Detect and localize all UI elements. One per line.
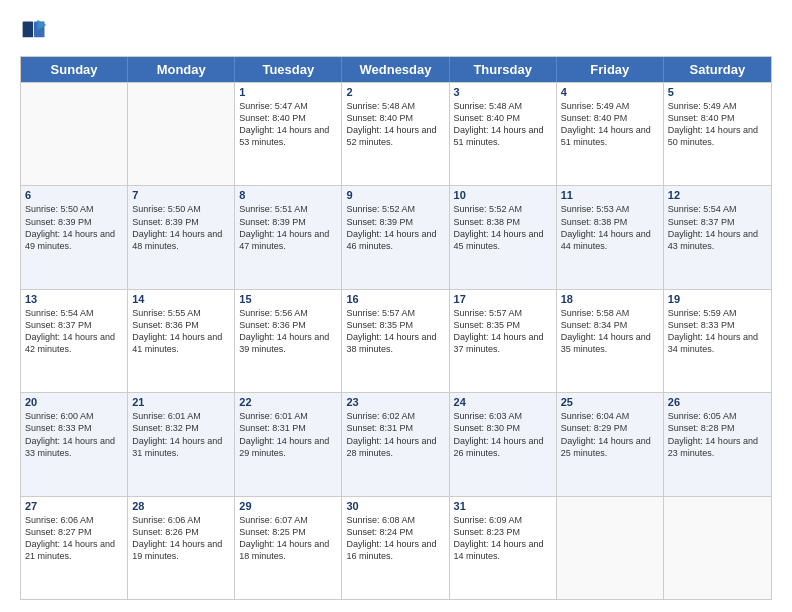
day-number: 20 xyxy=(25,396,123,408)
calendar-cell: 5Sunrise: 5:49 AM Sunset: 8:40 PM Daylig… xyxy=(664,83,771,185)
calendar-cell: 12Sunrise: 5:54 AM Sunset: 8:37 PM Dayli… xyxy=(664,186,771,288)
calendar-cell: 24Sunrise: 6:03 AM Sunset: 8:30 PM Dayli… xyxy=(450,393,557,495)
day-number: 25 xyxy=(561,396,659,408)
calendar-cell: 4Sunrise: 5:49 AM Sunset: 8:40 PM Daylig… xyxy=(557,83,664,185)
day-info: Sunrise: 6:09 AM Sunset: 8:23 PM Dayligh… xyxy=(454,514,552,563)
day-info: Sunrise: 6:06 AM Sunset: 8:26 PM Dayligh… xyxy=(132,514,230,563)
day-info: Sunrise: 6:03 AM Sunset: 8:30 PM Dayligh… xyxy=(454,410,552,459)
calendar-cell: 6Sunrise: 5:50 AM Sunset: 8:39 PM Daylig… xyxy=(21,186,128,288)
calendar-cell: 11Sunrise: 5:53 AM Sunset: 8:38 PM Dayli… xyxy=(557,186,664,288)
calendar-cell-empty xyxy=(557,497,664,599)
calendar-header-cell: Friday xyxy=(557,57,664,82)
calendar-cell: 9Sunrise: 5:52 AM Sunset: 8:39 PM Daylig… xyxy=(342,186,449,288)
day-number: 12 xyxy=(668,189,767,201)
day-info: Sunrise: 6:01 AM Sunset: 8:32 PM Dayligh… xyxy=(132,410,230,459)
day-number: 9 xyxy=(346,189,444,201)
day-number: 24 xyxy=(454,396,552,408)
day-info: Sunrise: 5:47 AM Sunset: 8:40 PM Dayligh… xyxy=(239,100,337,149)
day-info: Sunrise: 6:06 AM Sunset: 8:27 PM Dayligh… xyxy=(25,514,123,563)
day-info: Sunrise: 6:02 AM Sunset: 8:31 PM Dayligh… xyxy=(346,410,444,459)
day-info: Sunrise: 5:49 AM Sunset: 8:40 PM Dayligh… xyxy=(561,100,659,149)
calendar-cell: 31Sunrise: 6:09 AM Sunset: 8:23 PM Dayli… xyxy=(450,497,557,599)
calendar-header-cell: Wednesday xyxy=(342,57,449,82)
calendar-cell: 18Sunrise: 5:58 AM Sunset: 8:34 PM Dayli… xyxy=(557,290,664,392)
calendar-row: 13Sunrise: 5:54 AM Sunset: 8:37 PM Dayli… xyxy=(21,289,771,392)
calendar-cell: 29Sunrise: 6:07 AM Sunset: 8:25 PM Dayli… xyxy=(235,497,342,599)
day-info: Sunrise: 6:07 AM Sunset: 8:25 PM Dayligh… xyxy=(239,514,337,563)
day-info: Sunrise: 5:50 AM Sunset: 8:39 PM Dayligh… xyxy=(25,203,123,252)
day-info: Sunrise: 5:54 AM Sunset: 8:37 PM Dayligh… xyxy=(668,203,767,252)
day-number: 19 xyxy=(668,293,767,305)
day-number: 26 xyxy=(668,396,767,408)
day-number: 16 xyxy=(346,293,444,305)
day-info: Sunrise: 6:04 AM Sunset: 8:29 PM Dayligh… xyxy=(561,410,659,459)
day-info: Sunrise: 6:00 AM Sunset: 8:33 PM Dayligh… xyxy=(25,410,123,459)
day-info: Sunrise: 5:50 AM Sunset: 8:39 PM Dayligh… xyxy=(132,203,230,252)
day-number: 29 xyxy=(239,500,337,512)
day-number: 18 xyxy=(561,293,659,305)
day-info: Sunrise: 6:01 AM Sunset: 8:31 PM Dayligh… xyxy=(239,410,337,459)
svg-rect-1 xyxy=(23,22,34,38)
day-info: Sunrise: 5:49 AM Sunset: 8:40 PM Dayligh… xyxy=(668,100,767,149)
calendar-header-cell: Sunday xyxy=(21,57,128,82)
day-number: 8 xyxy=(239,189,337,201)
day-info: Sunrise: 5:53 AM Sunset: 8:38 PM Dayligh… xyxy=(561,203,659,252)
day-number: 21 xyxy=(132,396,230,408)
calendar-header-cell: Tuesday xyxy=(235,57,342,82)
calendar-cell-empty xyxy=(664,497,771,599)
day-number: 4 xyxy=(561,86,659,98)
calendar-cell: 30Sunrise: 6:08 AM Sunset: 8:24 PM Dayli… xyxy=(342,497,449,599)
calendar-cell: 1Sunrise: 5:47 AM Sunset: 8:40 PM Daylig… xyxy=(235,83,342,185)
page: SundayMondayTuesdayWednesdayThursdayFrid… xyxy=(0,0,792,612)
day-number: 15 xyxy=(239,293,337,305)
day-info: Sunrise: 5:52 AM Sunset: 8:39 PM Dayligh… xyxy=(346,203,444,252)
calendar-cell: 21Sunrise: 6:01 AM Sunset: 8:32 PM Dayli… xyxy=(128,393,235,495)
calendar-cell: 13Sunrise: 5:54 AM Sunset: 8:37 PM Dayli… xyxy=(21,290,128,392)
calendar-row: 6Sunrise: 5:50 AM Sunset: 8:39 PM Daylig… xyxy=(21,185,771,288)
day-number: 13 xyxy=(25,293,123,305)
day-number: 14 xyxy=(132,293,230,305)
day-info: Sunrise: 5:51 AM Sunset: 8:39 PM Dayligh… xyxy=(239,203,337,252)
calendar-row: 1Sunrise: 5:47 AM Sunset: 8:40 PM Daylig… xyxy=(21,82,771,185)
header xyxy=(20,18,772,46)
calendar-cell-empty xyxy=(128,83,235,185)
day-info: Sunrise: 5:55 AM Sunset: 8:36 PM Dayligh… xyxy=(132,307,230,356)
day-number: 28 xyxy=(132,500,230,512)
day-number: 10 xyxy=(454,189,552,201)
logo xyxy=(20,18,52,46)
calendar-cell: 26Sunrise: 6:05 AM Sunset: 8:28 PM Dayli… xyxy=(664,393,771,495)
calendar-cell: 7Sunrise: 5:50 AM Sunset: 8:39 PM Daylig… xyxy=(128,186,235,288)
calendar-cell: 20Sunrise: 6:00 AM Sunset: 8:33 PM Dayli… xyxy=(21,393,128,495)
calendar-row: 27Sunrise: 6:06 AM Sunset: 8:27 PM Dayli… xyxy=(21,496,771,599)
calendar-header-cell: Thursday xyxy=(450,57,557,82)
day-info: Sunrise: 5:57 AM Sunset: 8:35 PM Dayligh… xyxy=(454,307,552,356)
calendar-cell: 27Sunrise: 6:06 AM Sunset: 8:27 PM Dayli… xyxy=(21,497,128,599)
logo-icon xyxy=(20,18,48,46)
calendar-cell: 17Sunrise: 5:57 AM Sunset: 8:35 PM Dayli… xyxy=(450,290,557,392)
day-number: 7 xyxy=(132,189,230,201)
calendar-cell: 15Sunrise: 5:56 AM Sunset: 8:36 PM Dayli… xyxy=(235,290,342,392)
day-number: 17 xyxy=(454,293,552,305)
day-number: 2 xyxy=(346,86,444,98)
calendar-header-cell: Monday xyxy=(128,57,235,82)
calendar-row: 20Sunrise: 6:00 AM Sunset: 8:33 PM Dayli… xyxy=(21,392,771,495)
day-info: Sunrise: 5:48 AM Sunset: 8:40 PM Dayligh… xyxy=(454,100,552,149)
calendar-cell: 14Sunrise: 5:55 AM Sunset: 8:36 PM Dayli… xyxy=(128,290,235,392)
calendar-cell: 3Sunrise: 5:48 AM Sunset: 8:40 PM Daylig… xyxy=(450,83,557,185)
calendar-cell: 10Sunrise: 5:52 AM Sunset: 8:38 PM Dayli… xyxy=(450,186,557,288)
calendar-header-cell: Saturday xyxy=(664,57,771,82)
day-number: 31 xyxy=(454,500,552,512)
day-info: Sunrise: 5:57 AM Sunset: 8:35 PM Dayligh… xyxy=(346,307,444,356)
day-number: 23 xyxy=(346,396,444,408)
calendar: SundayMondayTuesdayWednesdayThursdayFrid… xyxy=(20,56,772,600)
calendar-cell: 22Sunrise: 6:01 AM Sunset: 8:31 PM Dayli… xyxy=(235,393,342,495)
day-number: 22 xyxy=(239,396,337,408)
calendar-cell-empty xyxy=(21,83,128,185)
calendar-body: 1Sunrise: 5:47 AM Sunset: 8:40 PM Daylig… xyxy=(21,82,771,599)
calendar-header: SundayMondayTuesdayWednesdayThursdayFrid… xyxy=(21,57,771,82)
day-number: 6 xyxy=(25,189,123,201)
day-number: 30 xyxy=(346,500,444,512)
calendar-cell: 25Sunrise: 6:04 AM Sunset: 8:29 PM Dayli… xyxy=(557,393,664,495)
calendar-cell: 16Sunrise: 5:57 AM Sunset: 8:35 PM Dayli… xyxy=(342,290,449,392)
day-info: Sunrise: 5:52 AM Sunset: 8:38 PM Dayligh… xyxy=(454,203,552,252)
